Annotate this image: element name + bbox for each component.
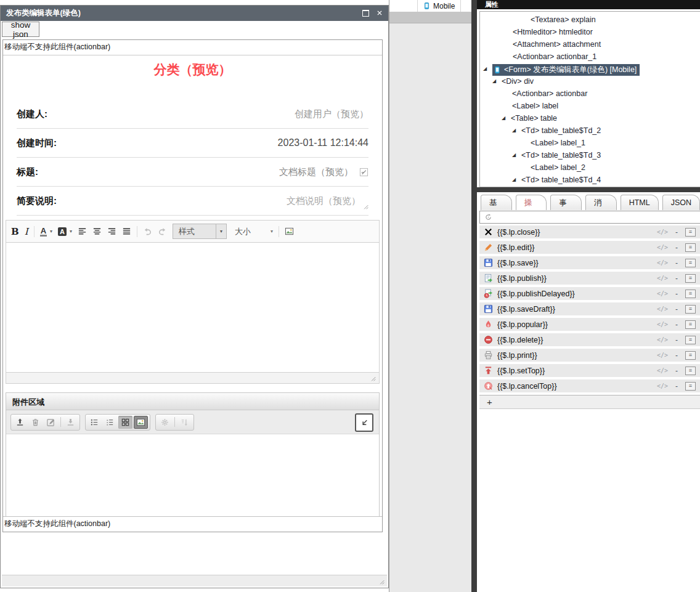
- action-row[interactable]: {{$.lp.save}} </> - ≡: [479, 256, 700, 269]
- code-icon[interactable]: </>: [657, 275, 668, 282]
- redo-icon[interactable]: [158, 227, 167, 236]
- tab-mobile[interactable]: Mobile: [417, 0, 461, 12]
- resize-grip-icon[interactable]: [378, 578, 385, 585]
- properties-icon[interactable]: ≡: [685, 336, 696, 344]
- property-tab[interactable]: 事件: [550, 195, 582, 210]
- tree-node[interactable]: ◢ <Table> table: [480, 113, 700, 125]
- code-icon[interactable]: </>: [657, 321, 668, 328]
- italic-button[interactable]: I: [25, 226, 28, 237]
- action-row[interactable]: {{$.lp.publishDelayed}} </> - ≡: [479, 287, 700, 300]
- detail-list-view-button[interactable]: [103, 416, 117, 429]
- remove-icon[interactable]: -: [675, 243, 678, 252]
- properties-icon[interactable]: ≡: [685, 274, 696, 283]
- edit-attachment-button[interactable]: [44, 416, 58, 429]
- window-titlebar[interactable]: 发布类编辑表单(绿色): [1, 6, 388, 21]
- expand-arrow-icon[interactable]: ◢: [492, 78, 496, 84]
- tree-node[interactable]: ◢ <Actionbar> actionbar_1: [480, 51, 700, 63]
- upload-button[interactable]: [13, 416, 27, 429]
- maximize-icon[interactable]: [362, 10, 369, 17]
- chevron-down-icon[interactable]: ▾: [70, 229, 72, 234]
- style-select[interactable]: 样式 ▾: [173, 224, 227, 239]
- remove-icon[interactable]: -: [675, 259, 678, 267]
- delete-attachment-button[interactable]: [28, 416, 43, 429]
- remove-icon[interactable]: -: [675, 367, 678, 375]
- tree-node[interactable]: ◢ <Td> table_table$Td_4: [480, 174, 700, 187]
- code-icon[interactable]: </>: [657, 352, 668, 359]
- code-icon[interactable]: </>: [657, 367, 668, 374]
- grid-view-button[interactable]: [118, 416, 132, 429]
- settings-button[interactable]: [158, 416, 172, 429]
- tree-node[interactable]: ◢ <Actionbar> actionbar: [480, 88, 700, 100]
- remove-icon[interactable]: -: [675, 351, 678, 360]
- code-icon[interactable]: </>: [657, 290, 668, 297]
- remove-icon[interactable]: -: [675, 274, 678, 283]
- close-icon[interactable]: [376, 9, 383, 18]
- action-row[interactable]: {{$.lp.delete}} </> - ≡: [479, 333, 700, 346]
- code-icon[interactable]: </>: [657, 383, 668, 389]
- text-color-button[interactable]: A: [40, 227, 47, 237]
- tree-node[interactable]: ◢ <Attachment> attachment: [480, 39, 700, 51]
- properties-icon[interactable]: ≡: [685, 243, 696, 252]
- properties-icon[interactable]: ≡: [685, 382, 696, 391]
- sort-button[interactable]: [177, 416, 192, 429]
- tree-node[interactable]: ◢ <Td> table_table$Td_2: [480, 125, 700, 137]
- attachment-content[interactable]: [6, 434, 379, 517]
- field-value[interactable]: 文档说明（预览）: [287, 195, 360, 207]
- code-icon[interactable]: </>: [657, 229, 668, 235]
- property-tab[interactable]: HTML: [621, 195, 659, 210]
- properties-icon[interactable]: ≡: [685, 320, 696, 329]
- align-center-icon[interactable]: [92, 227, 102, 236]
- add-action-button[interactable]: +: [479, 395, 700, 409]
- expand-arrow-icon[interactable]: ◢: [512, 152, 516, 158]
- tree-node[interactable]: ◢ <Textarea> explain: [480, 14, 700, 26]
- property-tab[interactable]: 基本: [481, 195, 512, 210]
- expand-arrow-icon[interactable]: ◢: [512, 177, 516, 183]
- tree-node[interactable]: ◢ <Htmleditor> htmleditor: [480, 26, 700, 39]
- properties-icon[interactable]: ≡: [685, 259, 696, 267]
- refresh-icon[interactable]: [484, 213, 492, 221]
- align-left-icon[interactable]: [78, 227, 87, 236]
- expand-arrow-icon[interactable]: ◢: [502, 115, 505, 121]
- action-row[interactable]: {{$.lp.publish}} </> - ≡: [479, 272, 700, 285]
- tree-node[interactable]: ◢ <Div> div: [480, 76, 700, 88]
- resize-grip-icon[interactable]: [369, 375, 376, 381]
- properties-icon[interactable]: ≡: [685, 305, 696, 314]
- field-value[interactable]: 创建用户（预览）: [295, 108, 368, 120]
- list-view-button[interactable]: [88, 416, 102, 429]
- action-row[interactable]: {{$.lp.edit}} </> - ≡: [479, 241, 700, 254]
- chevron-down-icon[interactable]: ▾: [50, 229, 52, 234]
- remove-icon[interactable]: -: [675, 382, 678, 391]
- tree-node[interactable]: ◢ <Label> label_2: [480, 162, 700, 174]
- properties-icon[interactable]: ≡: [685, 290, 696, 298]
- show-json-button[interactable]: show json: [2, 22, 39, 37]
- remove-icon[interactable]: -: [675, 305, 678, 314]
- remove-icon[interactable]: -: [675, 320, 678, 329]
- code-icon[interactable]: </>: [657, 306, 668, 312]
- align-justify-icon[interactable]: [122, 227, 131, 236]
- horizontal-splitter[interactable]: [477, 187, 700, 192]
- remove-icon[interactable]: -: [675, 336, 678, 344]
- insert-image-icon[interactable]: [285, 227, 294, 236]
- action-row[interactable]: {{$.lp.cancelTop}} </> - ≡: [479, 379, 700, 392]
- bg-color-button[interactable]: A: [58, 227, 67, 236]
- tree-node[interactable]: ◢ <Form> 发布类编辑表单(绿色) [Mobile]: [480, 63, 700, 76]
- tree-node[interactable]: ◢ <Label> label: [480, 100, 700, 113]
- undo-icon[interactable]: [143, 227, 152, 236]
- editor-content[interactable]: [6, 243, 380, 373]
- tree-node[interactable]: ◢ <Td> table_table$Td_3: [480, 150, 700, 162]
- properties-icon[interactable]: ≡: [685, 351, 696, 360]
- tree-node[interactable]: ◢ <Label> label_1: [480, 137, 700, 150]
- edit-box-icon[interactable]: [359, 168, 368, 177]
- action-row[interactable]: {{$.lp.popular}} </> - ≡: [479, 318, 700, 331]
- property-tab[interactable]: JSON: [662, 195, 700, 210]
- property-tab[interactable]: 消息: [585, 195, 617, 210]
- align-right-icon[interactable]: [107, 227, 116, 236]
- action-row[interactable]: {{$.lp.print}} </> - ≡: [479, 349, 700, 362]
- resize-grip-icon[interactable]: [362, 203, 368, 209]
- action-row[interactable]: {{$.lp.setTop}} </> - ≡: [479, 364, 700, 377]
- action-row[interactable]: {{$.lp.close}} </> - ≡: [479, 225, 700, 238]
- field-value[interactable]: 2023-01-11 12:14:44: [278, 137, 368, 148]
- code-icon[interactable]: </>: [657, 259, 668, 266]
- remove-icon[interactable]: -: [675, 228, 678, 237]
- properties-icon[interactable]: ≡: [685, 367, 696, 375]
